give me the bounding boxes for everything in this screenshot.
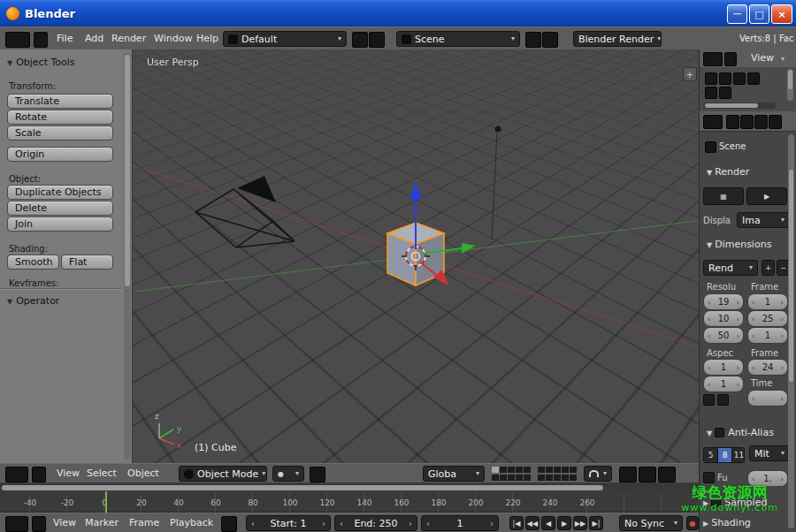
editor-type-icon[interactable] xyxy=(703,52,723,66)
menu-file[interactable]: File xyxy=(57,33,73,45)
frame-start-stepper[interactable]: ‹ Start: 1 › xyxy=(246,515,331,531)
frame-rate-field[interactable]: ‹24› xyxy=(747,359,788,376)
view3d-object-menu[interactable]: Object xyxy=(127,467,159,480)
resolution-percentage-field[interactable]: ‹50› xyxy=(703,327,744,344)
add-scene-button[interactable] xyxy=(525,32,541,48)
next-keyframe-button[interactable]: ▶▶ xyxy=(573,516,587,530)
layers-grid-2[interactable] xyxy=(538,467,578,482)
header-collapse-icon[interactable] xyxy=(34,32,48,48)
outliner-tree[interactable] xyxy=(700,67,796,112)
screen-layout-selector[interactable]: Default ▾ xyxy=(223,31,347,47)
timeline-marker-menu[interactable]: Marker xyxy=(85,517,119,529)
transform-orientation-selector[interactable]: Globa ▾ xyxy=(423,466,485,482)
render-preset-selector[interactable]: Rend ▾ xyxy=(703,260,758,276)
display-mode-selector[interactable]: Ima ▾ xyxy=(737,212,790,228)
timeline-frame-menu[interactable]: Frame xyxy=(129,517,159,529)
render-engine-selector[interactable]: Blender Render ▾ xyxy=(573,31,662,47)
render-panel-header[interactable]: ▼Render xyxy=(707,166,749,178)
resolution-x-field[interactable]: ‹19› xyxy=(703,293,744,310)
rotate-button[interactable]: Rotate xyxy=(7,110,113,125)
jump-to-end-button[interactable]: ▶| xyxy=(589,516,603,530)
pivot-icon[interactable] xyxy=(310,467,325,483)
outliner-h-scrollbar[interactable] xyxy=(703,103,776,109)
delete-scene-button[interactable] xyxy=(542,32,558,48)
antialiasing-checkbox[interactable] xyxy=(715,428,724,437)
menu-render[interactable]: Render xyxy=(111,33,146,45)
mode-selector[interactable]: Object Mode ▾ xyxy=(179,466,267,482)
operator-panel-header[interactable]: ▼Operator xyxy=(7,295,59,307)
editor-type-icon[interactable] xyxy=(703,115,723,129)
delete-layout-button[interactable] xyxy=(369,32,385,48)
snap-selector[interactable]: ▾ xyxy=(584,466,612,482)
timeline-h-scrollbar[interactable] xyxy=(2,484,697,491)
header-collapse-icon[interactable] xyxy=(32,467,46,483)
outliner-filter-icon[interactable] xyxy=(724,52,737,66)
current-frame-playhead[interactable] xyxy=(105,491,107,513)
outliner-item-icon[interactable] xyxy=(747,72,760,85)
render-opengl-anim-icon[interactable] xyxy=(639,467,656,483)
outliner-item-icon[interactable] xyxy=(705,87,717,99)
frame-end-stepper[interactable]: ‹ End: 250 › xyxy=(334,515,417,531)
render-opengl-icon[interactable] xyxy=(619,467,637,483)
aa-samples-5[interactable]: 5 xyxy=(704,448,718,462)
aa-samples-8-active[interactable]: 8 xyxy=(718,448,732,462)
jump-to-start-button[interactable]: |◀ xyxy=(509,516,524,530)
view3d-view-menu[interactable]: View xyxy=(57,467,80,480)
play-button[interactable]: ▶ xyxy=(557,516,571,530)
border-checkbox[interactable] xyxy=(703,394,715,406)
view3d-select-menu[interactable]: Select xyxy=(87,467,117,480)
close-button[interactable]: × xyxy=(771,4,792,24)
record-button[interactable]: ● xyxy=(686,516,699,530)
menu-add[interactable]: Add xyxy=(85,33,103,45)
scene-selector[interactable]: Scene ▾ xyxy=(396,31,520,47)
object-tools-panel-header[interactable]: ▼Object Tools xyxy=(7,57,75,68)
time-remap-field[interactable]: ‹› xyxy=(747,390,788,407)
editor-type-icon[interactable] xyxy=(5,32,30,48)
layers-grid-1[interactable] xyxy=(492,467,532,482)
outliner-item-icon[interactable] xyxy=(719,72,731,85)
aspect-x-field[interactable]: ‹1› xyxy=(703,359,744,376)
prev-keyframe-button[interactable]: ◀◀ xyxy=(525,516,540,530)
delete-button[interactable]: Delete xyxy=(7,201,113,216)
antialiasing-panel-header[interactable]: ▼Anti-Alias xyxy=(707,426,774,438)
sync-mode-selector[interactable]: No Sync ▾ xyxy=(619,515,683,531)
play-reverse-button[interactable]: ◀ xyxy=(541,516,555,530)
menu-window[interactable]: Window xyxy=(154,33,192,45)
context-object-icon[interactable] xyxy=(769,115,782,129)
aa-filter-selector[interactable]: Mit ▾ xyxy=(749,445,790,461)
context-world-icon[interactable] xyxy=(754,115,768,129)
frame-end-field[interactable]: ‹25› xyxy=(747,310,788,327)
smooth-button[interactable]: Smooth xyxy=(7,255,59,270)
aa-samples-11[interactable]: 11 xyxy=(732,448,745,462)
viewport-shading-selector[interactable]: ● ▾ xyxy=(272,466,304,482)
tool-shelf-scrollbar[interactable] xyxy=(124,53,131,460)
add-layout-button[interactable] xyxy=(352,32,368,48)
crop-checkbox[interactable] xyxy=(717,394,729,406)
join-button[interactable]: Join xyxy=(7,217,113,232)
camera-object[interactable] xyxy=(195,176,295,247)
properties-region-expand-tab[interactable]: + xyxy=(683,67,697,81)
frame-start-field[interactable]: ‹1› xyxy=(747,293,788,310)
aa-samples-toggle[interactable]: 581116 xyxy=(703,447,745,463)
minimize-button[interactable]: — xyxy=(727,4,747,24)
context-scene-icon[interactable] xyxy=(740,115,754,129)
header-collapse-icon[interactable] xyxy=(32,516,46,532)
outliner-view-menu[interactable]: View xyxy=(751,52,774,65)
flat-button[interactable]: Flat xyxy=(61,255,113,270)
properties-scrollbar[interactable] xyxy=(788,134,794,528)
frame-step-field[interactable]: ‹1› xyxy=(747,327,788,344)
preview-range-icon[interactable] xyxy=(221,516,237,532)
add-preset-button[interactable]: + xyxy=(762,260,775,276)
aspect-y-field[interactable]: ‹1› xyxy=(703,376,744,392)
dimensions-panel-header[interactable]: ▼Dimensions xyxy=(707,239,771,250)
scale-button[interactable]: Scale xyxy=(7,125,113,141)
context-render-icon[interactable] xyxy=(726,115,739,129)
timeline-view-menu[interactable]: View xyxy=(53,517,76,529)
duplicate-objects-button[interactable]: Duplicate Objects xyxy=(7,185,113,200)
timeline-playback-menu[interactable]: Playback xyxy=(170,517,213,529)
outliner-item-icon[interactable] xyxy=(719,87,731,99)
maximize-button[interactable]: □ xyxy=(749,4,769,24)
menu-help[interactable]: Help xyxy=(196,33,218,45)
lamp-object[interactable] xyxy=(492,126,501,240)
editor-type-icon[interactable] xyxy=(5,516,28,532)
